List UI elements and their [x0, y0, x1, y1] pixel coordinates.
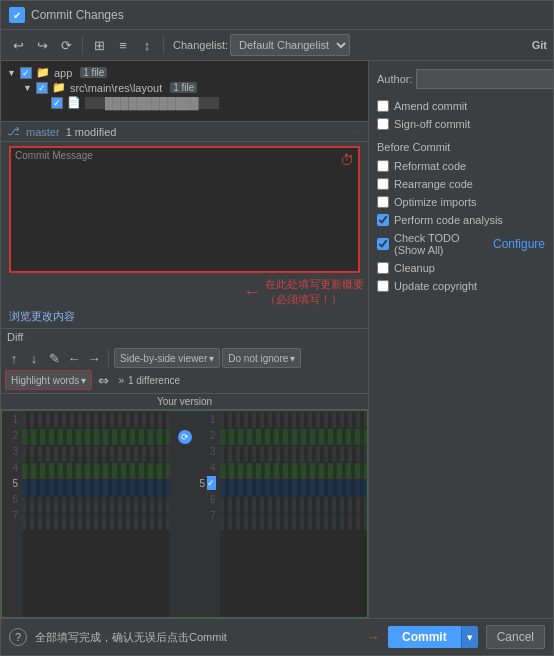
sort-btn[interactable]: ≡: [112, 34, 134, 56]
highlight-dropdown-icon: ▾: [81, 375, 86, 386]
author-row: Author:: [377, 69, 545, 89]
signoff-checkbox[interactable]: [377, 118, 389, 130]
expand-btn[interactable]: ↕: [136, 34, 158, 56]
cleanup-checkbox[interactable]: [377, 262, 389, 274]
group-btn[interactable]: ⊞: [88, 34, 110, 56]
line-check-icon: ✓: [207, 476, 215, 490]
diff-rline-5: [220, 480, 368, 496]
cleanup-row: Cleanup: [377, 262, 545, 274]
diff-center-gutter: ⟳: [170, 411, 200, 617]
arrow-icon: ▼: [7, 68, 16, 78]
viewer-dropdown-icon: ▾: [209, 353, 214, 364]
annotation-row1: ← 在此处填写更新概要 （必须填写！）: [243, 277, 364, 307]
your-version-bar: Your version: [1, 394, 368, 410]
gutter-2: 2: [2, 427, 22, 443]
diff-line-3: [22, 446, 170, 462]
commit-msg-icon[interactable]: ⏱: [340, 152, 354, 168]
modified-badge: 1 modified: [66, 126, 117, 138]
commit-msg-textarea[interactable]: [11, 148, 358, 268]
gutter-r5: 5 ✓: [200, 475, 220, 491]
reformat-checkbox[interactable]: [377, 160, 389, 172]
commit-dropdown-btn[interactable]: ▾: [461, 626, 478, 648]
annotation2: 浏览更改内容: [5, 307, 364, 326]
diff-rline-2: [220, 429, 368, 445]
rearrange-row: Rearrange code: [377, 178, 545, 190]
diff-line-1: [22, 412, 170, 428]
update-copyright-checkbox[interactable]: [377, 280, 389, 292]
configure-link[interactable]: Configure: [493, 237, 545, 251]
help-btn[interactable]: ?: [9, 628, 27, 646]
git-label: Git: [532, 39, 547, 51]
tree-file-item[interactable]: ✓ 📄 ████████████: [49, 95, 364, 110]
optimize-checkbox[interactable]: [377, 196, 389, 208]
diff-code-left: [22, 411, 170, 617]
tree-app-row[interactable]: ▼ ✓ 📁 app 1 file: [5, 65, 364, 80]
diff-view: Your version 1 2 3 4 5 6 7: [1, 394, 368, 618]
gutter-6: 6: [2, 491, 22, 507]
diff-next-btn[interactable]: →: [85, 349, 103, 367]
highlight-label: Highlight words: [11, 375, 79, 386]
app-checkbox[interactable]: ✓: [20, 67, 32, 79]
redo-btn[interactable]: ↪: [31, 34, 53, 56]
arrow-left-icon: ←: [243, 282, 261, 303]
highlight-btn[interactable]: Highlight words ▾: [5, 370, 92, 390]
sep1: [82, 36, 83, 54]
commit-message-section: Commit Message ⏱ ← 在此处填写更新概要 （必须填写！）: [5, 144, 364, 326]
drag-handle: ···: [354, 126, 362, 137]
diff-line-6: [22, 497, 170, 513]
bottom-bar: ? 全部填写完成，确认无误后点击Commit → Commit ▾ Cancel: [1, 618, 553, 655]
optimize-label: Optimize imports: [394, 196, 477, 208]
reformat-label: Reformat code: [394, 160, 466, 172]
src-label: src\main\res\layout: [70, 82, 162, 94]
diff-line-2: [22, 429, 170, 445]
amend-checkbox[interactable]: [377, 100, 389, 112]
file-label: ████████████: [85, 97, 219, 109]
perform-checkbox[interactable]: [377, 214, 389, 226]
perform-row: Perform code analysis: [377, 214, 545, 226]
gutter-5: 5: [2, 475, 22, 491]
annotation-text1: 在此处填写更新概要 （必须填写！）: [265, 277, 364, 307]
changelist-select[interactable]: Default Changelist: [230, 34, 350, 56]
undo-btn[interactable]: ↩: [7, 34, 29, 56]
reformat-row: Reformat code: [377, 160, 545, 172]
diff-line-7: [22, 514, 170, 530]
diff-count: »: [118, 375, 124, 386]
diff-down-btn[interactable]: ↓: [25, 349, 43, 367]
sep2: [163, 36, 164, 54]
diff-prev-btn[interactable]: ←: [65, 349, 83, 367]
ignore-dropdown-icon: ▾: [290, 353, 295, 364]
diff-drag-handle: ···: [27, 332, 35, 343]
app-badge: 1 file: [80, 67, 107, 78]
annotation-container: ← 在此处填写更新概要 （必须填写！）: [243, 277, 364, 307]
rearrange-label: Rearrange code: [394, 178, 473, 190]
tree-src-row[interactable]: ▼ ✓ 📁 src\main\res\layout 1 file: [21, 80, 364, 95]
branch-bar: ⎇ master 1 modified ···: [1, 121, 368, 142]
author-label: Author:: [377, 73, 412, 85]
diff-toolbar: ↑ ↓ ✎ ← → Side-by-side viewer ▾ Do not i…: [1, 345, 368, 394]
diff-up-btn[interactable]: ↑: [5, 349, 23, 367]
refresh-btn[interactable]: ⟳: [55, 34, 77, 56]
commit-btn[interactable]: Commit: [388, 626, 461, 648]
diff-edit-btn[interactable]: ✎: [45, 349, 63, 367]
diff-content[interactable]: 1 2 3 4 5 6 7: [1, 410, 368, 618]
left-panel: ▼ ✓ 📁 app 1 file ▼ ✓ 📁 src\main\res\layo…: [1, 61, 368, 618]
file-checkbox[interactable]: ✓: [51, 97, 63, 109]
gutter-r3: 3: [200, 443, 220, 459]
diff-settings-btn[interactable]: ⇔: [94, 371, 112, 389]
cancel-btn[interactable]: Cancel: [486, 625, 545, 649]
diff-rline-6: [220, 497, 368, 513]
check-todo-checkbox[interactable]: [377, 238, 389, 250]
author-input[interactable]: [416, 69, 553, 89]
signoff-row: Sign-off commit: [377, 118, 545, 130]
ignore-btn[interactable]: Do not ignore ▾: [222, 348, 301, 368]
viewer-mode-btn[interactable]: Side-by-side viewer ▾: [114, 348, 220, 368]
cleanup-label: Cleanup: [394, 262, 435, 274]
rearrange-checkbox[interactable]: [377, 178, 389, 190]
optimize-row: Optimize imports: [377, 196, 545, 208]
check-todo-row: Check TODO (Show All) Configure: [377, 232, 545, 256]
src-checkbox[interactable]: ✓: [36, 82, 48, 94]
branch-name: master: [26, 126, 60, 138]
diff-sep1: [108, 349, 109, 367]
diff-label-bar: Diff ···: [1, 328, 368, 345]
your-version-text: Your version: [157, 396, 212, 407]
